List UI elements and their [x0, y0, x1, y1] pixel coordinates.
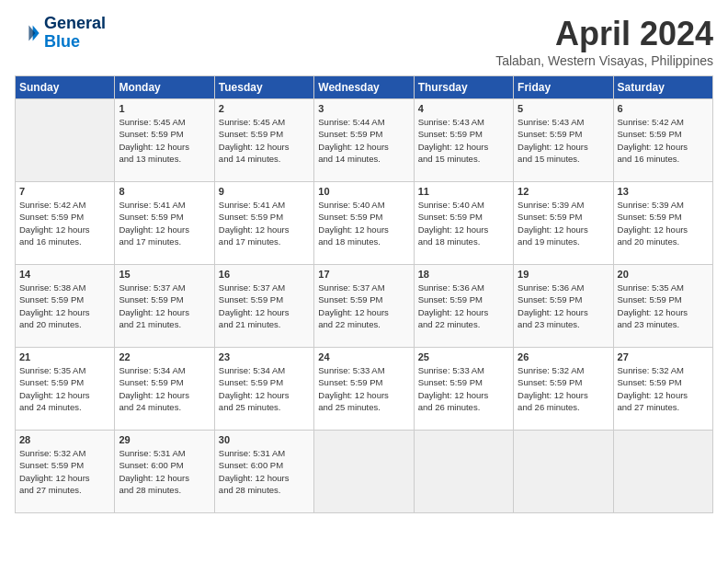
calendar-week-row: 7Sunrise: 5:42 AMSunset: 5:59 PMDaylight… — [16, 182, 713, 265]
weekday-header-row: SundayMondayTuesdayWednesdayThursdayFrid… — [16, 76, 713, 99]
calendar-cell: 14Sunrise: 5:38 AMSunset: 5:59 PMDayligh… — [16, 265, 115, 348]
calendar-table: SundayMondayTuesdayWednesdayThursdayFrid… — [15, 75, 713, 513]
day-info: Sunrise: 5:37 AMSunset: 5:59 PMDaylight:… — [219, 282, 310, 330]
day-number: 3 — [318, 103, 409, 114]
day-info: Sunrise: 5:31 AMSunset: 6:00 PMDaylight:… — [219, 447, 310, 496]
calendar-week-row: 14Sunrise: 5:38 AMSunset: 5:59 PMDayligh… — [16, 265, 713, 348]
title-area: April 2024 Talaban, Western Visayas, Phi… — [495, 15, 713, 68]
calendar-cell: 26Sunrise: 5:32 AMSunset: 5:59 PMDayligh… — [514, 348, 613, 431]
weekday-header-friday: Friday — [514, 76, 613, 99]
calendar-cell: 27Sunrise: 5:32 AMSunset: 5:59 PMDayligh… — [613, 348, 712, 431]
calendar-cell: 28Sunrise: 5:32 AMSunset: 5:59 PMDayligh… — [16, 431, 115, 513]
calendar-cell: 13Sunrise: 5:39 AMSunset: 5:59 PMDayligh… — [613, 182, 712, 265]
weekday-header-saturday: Saturday — [613, 76, 712, 99]
day-number: 11 — [418, 186, 509, 197]
day-info: Sunrise: 5:45 AMSunset: 5:59 PMDaylight:… — [119, 116, 210, 165]
calendar-cell: 8Sunrise: 5:41 AMSunset: 5:59 PMDaylight… — [115, 182, 214, 265]
calendar-cell: 5Sunrise: 5:43 AMSunset: 5:59 PMDaylight… — [514, 99, 613, 182]
calendar-cell: 24Sunrise: 5:33 AMSunset: 5:59 PMDayligh… — [314, 348, 414, 431]
calendar-cell: 21Sunrise: 5:35 AMSunset: 5:59 PMDayligh… — [16, 348, 115, 431]
day-info: Sunrise: 5:32 AMSunset: 5:59 PMDaylight:… — [618, 364, 709, 413]
day-info: Sunrise: 5:38 AMSunset: 5:59 PMDaylight:… — [19, 282, 110, 330]
location-title: Talaban, Western Visayas, Philippines — [495, 53, 713, 68]
day-number: 20 — [618, 269, 709, 280]
day-number: 21 — [19, 351, 110, 362]
calendar-cell: 17Sunrise: 5:37 AMSunset: 5:59 PMDayligh… — [314, 265, 414, 348]
page-header: General Blue April 2024 Talaban, Western… — [15, 15, 713, 68]
day-number: 7 — [19, 186, 110, 197]
day-info: Sunrise: 5:33 AMSunset: 5:59 PMDaylight:… — [418, 364, 509, 413]
weekday-header-monday: Monday — [115, 76, 214, 99]
calendar-cell: 20Sunrise: 5:35 AMSunset: 5:59 PMDayligh… — [613, 265, 712, 348]
day-info: Sunrise: 5:43 AMSunset: 5:59 PMDaylight:… — [518, 116, 609, 165]
calendar-week-row: 21Sunrise: 5:35 AMSunset: 5:59 PMDayligh… — [16, 348, 713, 431]
day-number: 16 — [219, 269, 310, 280]
calendar-cell: 23Sunrise: 5:34 AMSunset: 5:59 PMDayligh… — [214, 348, 313, 431]
day-number: 28 — [19, 434, 110, 445]
calendar-cell: 12Sunrise: 5:39 AMSunset: 5:59 PMDayligh… — [514, 182, 613, 265]
day-number: 10 — [318, 186, 409, 197]
day-info: Sunrise: 5:37 AMSunset: 5:59 PMDaylight:… — [119, 282, 210, 330]
day-info: Sunrise: 5:42 AMSunset: 5:59 PMDaylight:… — [19, 199, 110, 247]
day-number: 22 — [119, 351, 210, 362]
day-number: 17 — [318, 269, 409, 280]
day-info: Sunrise: 5:33 AMSunset: 5:59 PMDaylight:… — [318, 364, 409, 413]
calendar-week-row: 1Sunrise: 5:45 AMSunset: 5:59 PMDaylight… — [16, 99, 713, 182]
day-info: Sunrise: 5:39 AMSunset: 5:59 PMDaylight:… — [518, 199, 609, 247]
calendar-cell: 4Sunrise: 5:43 AMSunset: 5:59 PMDaylight… — [414, 99, 513, 182]
day-info: Sunrise: 5:44 AMSunset: 5:59 PMDaylight:… — [318, 116, 409, 165]
day-number: 8 — [119, 186, 210, 197]
day-info: Sunrise: 5:37 AMSunset: 5:59 PMDaylight:… — [318, 282, 409, 330]
day-info: Sunrise: 5:42 AMSunset: 5:59 PMDaylight:… — [618, 116, 709, 165]
calendar-cell — [514, 431, 613, 513]
logo: General Blue — [15, 15, 106, 52]
calendar-cell: 16Sunrise: 5:37 AMSunset: 5:59 PMDayligh… — [214, 265, 313, 348]
calendar-cell — [613, 431, 712, 513]
calendar-cell: 2Sunrise: 5:45 AMSunset: 5:59 PMDaylight… — [214, 99, 313, 182]
day-number: 1 — [119, 103, 210, 114]
day-number: 19 — [518, 269, 609, 280]
calendar-cell — [16, 99, 115, 182]
calendar-cell: 9Sunrise: 5:41 AMSunset: 5:59 PMDaylight… — [214, 182, 313, 265]
calendar-cell — [314, 431, 414, 513]
day-info: Sunrise: 5:32 AMSunset: 5:59 PMDaylight:… — [19, 447, 110, 496]
day-info: Sunrise: 5:40 AMSunset: 5:59 PMDaylight:… — [418, 199, 509, 247]
day-info: Sunrise: 5:36 AMSunset: 5:59 PMDaylight:… — [518, 282, 609, 330]
day-number: 2 — [219, 103, 310, 114]
day-number: 23 — [219, 351, 310, 362]
day-number: 24 — [318, 351, 409, 362]
day-number: 29 — [119, 434, 210, 445]
day-info: Sunrise: 5:35 AMSunset: 5:59 PMDaylight:… — [618, 282, 709, 330]
day-number: 27 — [618, 351, 709, 362]
day-number: 18 — [418, 269, 509, 280]
day-info: Sunrise: 5:41 AMSunset: 5:59 PMDaylight:… — [219, 199, 310, 247]
weekday-header-wednesday: Wednesday — [314, 76, 414, 99]
day-info: Sunrise: 5:32 AMSunset: 5:59 PMDaylight:… — [518, 364, 609, 413]
calendar-cell: 6Sunrise: 5:42 AMSunset: 5:59 PMDaylight… — [613, 99, 712, 182]
weekday-header-sunday: Sunday — [16, 76, 115, 99]
day-info: Sunrise: 5:40 AMSunset: 5:59 PMDaylight:… — [318, 199, 409, 247]
day-info: Sunrise: 5:43 AMSunset: 5:59 PMDaylight:… — [418, 116, 509, 165]
calendar-cell: 30Sunrise: 5:31 AMSunset: 6:00 PMDayligh… — [214, 431, 313, 513]
calendar-cell: 15Sunrise: 5:37 AMSunset: 5:59 PMDayligh… — [115, 265, 214, 348]
day-info: Sunrise: 5:34 AMSunset: 5:59 PMDaylight:… — [219, 364, 310, 413]
weekday-header-tuesday: Tuesday — [214, 76, 313, 99]
calendar-cell: 22Sunrise: 5:34 AMSunset: 5:59 PMDayligh… — [115, 348, 214, 431]
day-info: Sunrise: 5:41 AMSunset: 5:59 PMDaylight:… — [119, 199, 210, 247]
day-number: 5 — [518, 103, 609, 114]
day-number: 15 — [119, 269, 210, 280]
month-title: April 2024 — [495, 15, 713, 53]
calendar-cell: 18Sunrise: 5:36 AMSunset: 5:59 PMDayligh… — [414, 265, 513, 348]
calendar-cell: 25Sunrise: 5:33 AMSunset: 5:59 PMDayligh… — [414, 348, 513, 431]
calendar-cell: 1Sunrise: 5:45 AMSunset: 5:59 PMDaylight… — [115, 99, 214, 182]
day-number: 13 — [618, 186, 709, 197]
weekday-header-thursday: Thursday — [414, 76, 513, 99]
day-number: 14 — [19, 269, 110, 280]
calendar-cell: 10Sunrise: 5:40 AMSunset: 5:59 PMDayligh… — [314, 182, 414, 265]
day-info: Sunrise: 5:34 AMSunset: 5:59 PMDaylight:… — [119, 364, 210, 413]
day-number: 30 — [219, 434, 310, 445]
calendar-cell: 29Sunrise: 5:31 AMSunset: 6:00 PMDayligh… — [115, 431, 214, 513]
logo-text: General Blue — [44, 15, 106, 52]
day-info: Sunrise: 5:31 AMSunset: 6:00 PMDaylight:… — [119, 447, 210, 496]
logo-icon — [15, 20, 40, 46]
